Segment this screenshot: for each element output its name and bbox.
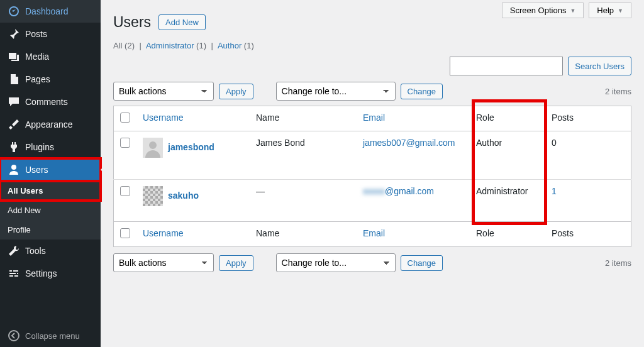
sidebar-item-appearance[interactable]: Appearance [0,113,101,136]
admin-sidebar: Dashboard Posts Media Pages Comments App… [0,0,101,347]
select-all-checkbox-bottom[interactable] [120,228,130,238]
col-role: Role [470,106,545,131]
user-role: Author [470,131,545,180]
svg-point-0 [9,331,19,341]
pin-icon [8,28,20,40]
pages-icon [8,73,20,85]
col-posts: Posts [545,106,631,131]
settings-icon [8,267,20,280]
user-name: James Bond [250,131,357,180]
chevron-down-icon: ▼ [618,8,623,14]
user-posts[interactable]: 1 [552,186,557,196]
col-role: Role [470,222,545,247]
col-name: Name [250,222,357,247]
filter-administrator[interactable]: Administrator (1) [146,41,206,50]
sidebar-item-dashboard[interactable]: Dashboard [0,0,101,23]
sidebar-item-label: Posts [25,29,47,39]
sidebar-item-label: Plugins [25,142,54,152]
sidebar-item-media[interactable]: Media [0,45,101,68]
username-link[interactable]: sakuho [168,190,199,201]
apply-button-bottom[interactable]: Apply [219,255,253,271]
user-email[interactable]: xxxxx@gmail.com [363,186,434,196]
filter-all[interactable]: All (2) [113,41,135,50]
user-posts: 0 [545,131,631,180]
users-submenu: All Users Add New Profile [0,181,101,240]
sidebar-item-pages[interactable]: Pages [0,68,101,91]
row-checkbox[interactable] [120,186,130,196]
sidebar-item-tools[interactable]: Tools [0,240,101,262]
sidebar-item-label: Settings [25,268,57,278]
bulk-actions-select-bottom[interactable]: Bulk actions [113,253,214,272]
bulk-actions-select[interactable]: Bulk actions [113,82,214,101]
comments-icon [8,96,20,108]
avatar [143,138,163,158]
sidebar-item-comments[interactable]: Comments [0,91,101,113]
users-table: Username Name Email Role Posts jamesbond… [113,106,631,247]
content-area: Screen Options▼ Help▼ Users Add New All … [101,0,644,347]
collapse-icon [8,329,20,342]
col-email[interactable]: Email [363,228,385,238]
sidebar-item-label: Users [25,165,48,175]
sidebar-item-posts[interactable]: Posts [0,23,101,45]
role-filter-links: All (2) | Administrator (1) | Author (1) [113,41,631,50]
col-posts: Posts [545,222,631,247]
sidebar-item-label: Tools [25,246,46,256]
col-username[interactable]: Username [143,228,184,238]
change-role-select[interactable]: Change role to... [276,82,396,101]
dashboard-icon [8,5,20,18]
submenu-profile[interactable]: Profile [0,220,101,240]
add-new-button[interactable]: Add New [158,14,206,30]
change-button-top[interactable]: Change [401,84,443,99]
help-button[interactable]: Help▼ [589,3,631,18]
submenu-all-users[interactable]: All Users [0,181,101,201]
collapse-menu[interactable]: Collapse menu [0,324,101,347]
search-input[interactable] [450,57,563,75]
sidebar-item-settings[interactable]: Settings [0,262,101,285]
plugin-icon [8,141,20,153]
sidebar-item-label: Pages [25,74,50,84]
media-icon [8,50,20,63]
brush-icon [8,118,20,131]
table-row: jamesbond James Bond jamesb007@gmail.com… [114,131,631,180]
items-count-bottom: 2 items [605,258,631,268]
user-icon [8,163,20,176]
sidebar-item-label: Dashboard [25,6,69,16]
wrench-icon [8,245,20,257]
page-title: Users [113,14,151,31]
user-email[interactable]: jamesb007@gmail.com [363,138,455,148]
select-all-checkbox[interactable] [120,113,130,123]
sidebar-item-label: Appearance [25,119,73,129]
sidebar-item-users[interactable]: Users [0,158,101,181]
username-link[interactable]: jamesbond [168,142,214,152]
change-role-select-bottom[interactable]: Change role to... [276,253,396,272]
chevron-down-icon: ▼ [570,8,575,14]
submenu-add-new[interactable]: Add New [0,201,101,220]
col-email[interactable]: Email [363,113,385,123]
sidebar-item-plugins[interactable]: Plugins [0,136,101,158]
sidebar-item-label: Media [25,52,49,62]
avatar [143,186,163,206]
col-name: Name [250,106,357,131]
change-button-bottom[interactable]: Change [401,255,443,271]
row-checkbox[interactable] [120,138,130,148]
table-row: sakuho — xxxxx@gmail.com Administrator 1 [114,180,631,222]
sidebar-item-label: Comments [25,97,68,107]
collapse-label: Collapse menu [25,331,80,341]
items-count-top: 2 items [605,87,631,96]
filter-author[interactable]: Author (1) [218,41,254,50]
search-users-button[interactable]: Search Users [568,57,631,75]
col-username[interactable]: Username [143,113,184,123]
user-name: — [250,180,357,222]
user-role: Administrator [470,180,545,222]
apply-button-top[interactable]: Apply [219,84,253,99]
screen-options-button[interactable]: Screen Options▼ [502,3,584,18]
